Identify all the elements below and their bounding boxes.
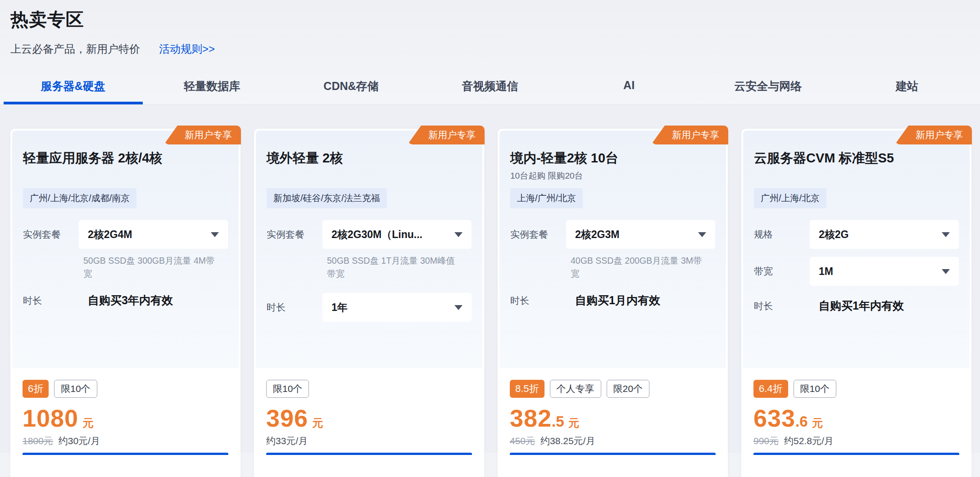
monthly-price: 约30元/月 <box>59 435 100 447</box>
price-unit: 元 <box>568 416 579 430</box>
tab-label: 云安全与网络 <box>734 80 802 92</box>
activity-rules-link[interactable]: 活动规则>> <box>159 42 215 56</box>
discount-badge: 6折 <box>23 380 49 398</box>
duration-label: 时长 <box>267 301 322 314</box>
active-tab-indicator <box>4 102 143 104</box>
monthly-price: 约33元/月 <box>266 435 308 447</box>
card-price-section: 6.4折 限10个 633 .6 元 990元 约52.8元/月 <box>741 368 971 455</box>
duration-select-value: 1年 <box>331 301 348 315</box>
spec-select-value: 2核2G3M <box>575 228 619 242</box>
chevron-down-icon <box>211 232 219 237</box>
tab-website[interactable]: 建站 <box>837 79 976 104</box>
product-card-list: 新用户专享 轻量应用服务器 2核/4核 广州/上海/北京/成都/南京 实例套餐 … <box>0 105 980 477</box>
price-integer: 382 <box>510 404 552 432</box>
spec-select-value: 2核2G4M <box>88 228 132 242</box>
category-tabs: 服务器&硬盘 轻量数据库 CDN&存储 音视频通信 AI 云安全与网络 建站 <box>0 79 980 104</box>
card-title: 云服务器CVM 标准型S5 <box>754 149 959 166</box>
new-user-ribbon: 新用户专享 <box>895 126 972 144</box>
chevron-down-icon <box>454 232 463 237</box>
region-tag: 广州/上海/北京 <box>754 188 826 208</box>
chevron-down-icon <box>454 305 463 310</box>
tab-label: 轻量数据库 <box>184 80 240 92</box>
duration-label: 时长 <box>23 294 79 307</box>
card-price-section: 8.5折 个人专享 限20个 382 .5 元 450元 约38.25元/月 <box>498 368 728 455</box>
limit-badge: 个人专享 <box>550 380 601 398</box>
new-user-ribbon: 新用户专享 <box>651 126 728 144</box>
card-config-section: 云服务器CVM 标准型S5 广州/上海/北京 规格 2核2G 带宽 1M <box>743 130 970 368</box>
price-unit: 元 <box>812 416 823 430</box>
duration-value: 自购买3年内有效 <box>79 293 173 308</box>
buy-button-top[interactable] <box>266 453 472 455</box>
card-config-section: 轻量应用服务器 2核/4核 广州/上海/北京/成都/南京 实例套餐 2核2G4M… <box>12 130 239 368</box>
tab-label: AI <box>623 79 635 91</box>
tab-panel-server-disk: 新用户专享 轻量应用服务器 2核/4核 广州/上海/北京/成都/南京 实例套餐 … <box>0 104 980 453</box>
card-title: 轻量应用服务器 2核/4核 <box>23 149 228 166</box>
price-value: 1080 元 <box>23 404 228 431</box>
spec-note: 40GB SSD盘 200GB月流量 3M带宽 <box>571 254 715 280</box>
tab-label: CDN&存储 <box>323 80 378 92</box>
duration-value: 自购买1年内有效 <box>810 298 904 313</box>
tab-label: 建站 <box>896 80 918 92</box>
spec-label: 实例套餐 <box>23 228 79 241</box>
duration-label: 时长 <box>754 300 810 312</box>
tab-audio-video[interactable]: 音视频通信 <box>421 79 560 104</box>
spec-select[interactable]: 2核2G4M <box>79 220 228 249</box>
region-tag: 新加坡/硅谷/东京/法兰克福 <box>267 188 387 208</box>
tab-label: 音视频通信 <box>462 80 518 92</box>
spec-note: 50GB SSD盘 300GB月流量 4M带宽 <box>83 254 228 280</box>
price-value: 633 .6 元 <box>753 404 959 431</box>
price-value: 396 元 <box>266 404 472 431</box>
spec-label: 规格 <box>754 228 810 241</box>
discount-badge: 6.4折 <box>753 380 788 398</box>
discount-badge: 8.5折 <box>510 380 544 398</box>
bandwidth-label: 带宽 <box>754 265 810 278</box>
spec-select[interactable]: 2核2G <box>810 220 959 249</box>
page-subtitle: 上云必备产品，新用户特价 <box>10 42 140 56</box>
buy-button-top[interactable] <box>23 453 228 455</box>
spec-note: 50GB SSD盘 1T月流量 30M峰值带宽 <box>327 254 472 280</box>
tab-ai[interactable]: AI <box>559 79 699 104</box>
spec-select[interactable]: 2核2G30M（Linu... <box>322 220 472 249</box>
card-config-section: 境外轻量 2核 新加坡/硅谷/东京/法兰克福 实例套餐 2核2G30M（Linu… <box>256 130 482 368</box>
page-title: 热卖专区 <box>10 7 980 32</box>
card-subtitle: 10台起购 限购20台 <box>510 170 715 182</box>
card-title: 境外轻量 2核 <box>267 149 472 166</box>
monthly-price: 约52.8元/月 <box>784 435 834 447</box>
monthly-price: 约38.25元/月 <box>540 435 595 447</box>
chevron-down-icon <box>942 232 950 237</box>
price-integer: 396 <box>266 404 308 432</box>
tab-security-network[interactable]: 云安全与网络 <box>699 79 838 104</box>
spec-label: 实例套餐 <box>267 228 322 241</box>
spec-select-value: 2核2G <box>819 228 848 242</box>
product-card-lighthouse: 新用户专享 轻量应用服务器 2核/4核 广州/上海/北京/成都/南京 实例套餐 … <box>10 129 240 477</box>
original-price: 450元 <box>510 435 535 447</box>
card-price-section: 6折 限10个 1080 元 1800元 约30元/月 <box>10 368 240 455</box>
subtitle-row: 上云必备产品，新用户特价 活动规则>> <box>10 42 980 56</box>
spec-label: 实例套餐 <box>510 228 566 241</box>
price-decimal: .5 <box>552 413 564 430</box>
chevron-down-icon <box>942 269 950 274</box>
price-unit: 元 <box>82 416 93 430</box>
bandwidth-select-value: 1M <box>819 266 833 278</box>
limit-badge: 限10个 <box>266 380 309 398</box>
buy-button-top[interactable] <box>753 453 959 455</box>
duration-value: 自购买1月内有效 <box>566 293 660 308</box>
spec-select-value: 2核2G30M（Linu... <box>331 228 422 242</box>
bandwidth-select[interactable]: 1M <box>810 257 959 286</box>
limit-badge: 限10个 <box>794 380 836 398</box>
product-card-overseas-lighthouse: 新用户专享 境外轻量 2核 新加坡/硅谷/东京/法兰克福 实例套餐 2核2G30… <box>254 129 484 477</box>
product-card-cvm-s5: 新用户专享 云服务器CVM 标准型S5 广州/上海/北京 规格 2核2G 带宽 <box>741 129 971 477</box>
new-user-ribbon: 新用户专享 <box>408 126 485 144</box>
region-tag: 广州/上海/北京/成都/南京 <box>23 188 136 208</box>
limit-badge: 限10个 <box>54 380 97 398</box>
tab-cdn-storage[interactable]: CDN&存储 <box>281 79 421 104</box>
spec-select[interactable]: 2核2G3M <box>566 220 715 249</box>
limit-badge: 限20个 <box>607 380 649 398</box>
tab-label: 服务器&硬盘 <box>41 80 105 92</box>
buy-button-top[interactable] <box>510 453 716 455</box>
tab-lite-database[interactable]: 轻量数据库 <box>143 79 282 104</box>
price-integer: 633 <box>753 404 795 432</box>
duration-select[interactable]: 1年 <box>322 293 472 322</box>
tab-server-disk[interactable]: 服务器&硬盘 <box>4 79 143 104</box>
product-card-domestic-lighthouse-bundle: 新用户专享 境内-轻量2核 10台 10台起购 限购20台 上海/广州/北京 实… <box>498 129 728 477</box>
